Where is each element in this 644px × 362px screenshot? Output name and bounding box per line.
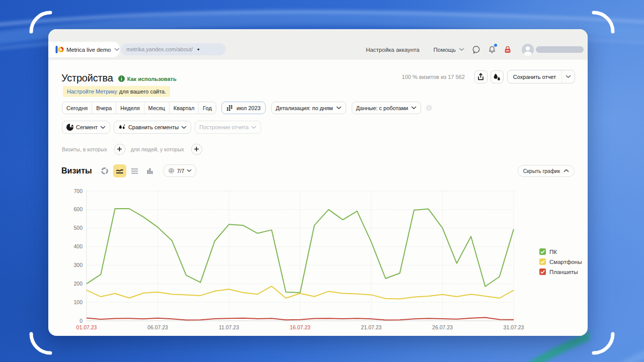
- notifications-bell-icon[interactable]: [488, 45, 496, 54]
- chart-type-line-button[interactable]: [113, 164, 126, 177]
- metrica-logo-icon: [55, 45, 64, 54]
- legend-label: Планшеты: [549, 269, 578, 275]
- titlebar-actions: Настройка аккаунта Помощь: [366, 42, 584, 57]
- chart-legend: ПКСмартфоныПланшеты: [539, 248, 582, 275]
- y-tick-label: 500: [73, 225, 83, 231]
- plus-icon: [117, 146, 122, 152]
- legend-checkbox-icon[interactable]: [539, 248, 546, 255]
- setup-notice-text: для вашего сайта.: [119, 88, 166, 95]
- y-tick-label: 600: [73, 206, 83, 212]
- series-line-0: [87, 209, 514, 293]
- x-tick-label: 06.07.23: [147, 324, 168, 330]
- chevron-down-icon: [100, 126, 106, 129]
- data-mode-dropdown[interactable]: Данные: с роботами: [352, 102, 422, 114]
- corner-bracket-bottom-right: [594, 334, 613, 353]
- counter-name: Metrica live demo: [66, 47, 111, 53]
- promo-badge-icon[interactable]: [504, 46, 512, 54]
- user-name-placeholder: [536, 46, 584, 53]
- chart-type-area-button[interactable]: [128, 164, 141, 177]
- series-line-2: [87, 317, 514, 320]
- days-ratio-dropdown[interactable]: 7/7: [164, 164, 197, 177]
- chevron-down-icon: [187, 169, 192, 172]
- how-to-use-label: Как использовать: [127, 76, 177, 82]
- counter-selector[interactable]: Metrica live demo: [48, 42, 120, 57]
- filter-settings-gear-icon[interactable]: [425, 104, 433, 112]
- titlebar: Metrica live demo metrika.yandex.com/abo…: [48, 29, 588, 60]
- site-url-caret: •: [197, 46, 200, 53]
- setup-metrica-link[interactable]: Настройте Метрику: [67, 88, 117, 95]
- x-tick-label: 31.07.23: [504, 324, 524, 330]
- donut-chart-icon: [101, 167, 109, 175]
- calendar-value: июл 2023: [236, 105, 261, 111]
- segments-drops-icon: [493, 73, 501, 81]
- legend-item-0[interactable]: ПК: [539, 248, 582, 255]
- save-report-button[interactable]: Сохранить отчет: [507, 70, 575, 83]
- segment-button[interactable]: Сегмент: [62, 121, 110, 134]
- x-tick-label: 21.07.23: [361, 324, 382, 330]
- title-row: Устройства Как использовать: [61, 70, 177, 85]
- site-url-field[interactable]: metrika.yandex.com/about/ •: [121, 43, 226, 55]
- x-tick-label: 01.07.23: [76, 324, 97, 330]
- chart-type-donut-button[interactable]: [98, 164, 111, 177]
- add-visit-condition-button[interactable]: [114, 144, 125, 155]
- how-to-use-link[interactable]: Как использовать: [118, 75, 177, 82]
- report-builder-button[interactable]: Построение отчета: [195, 121, 261, 134]
- save-report-label: Сохранить отчет: [508, 74, 561, 80]
- user-avatar[interactable]: [522, 44, 534, 56]
- x-tick-label: 26.07.23: [432, 324, 453, 330]
- column-chart-icon: [146, 167, 154, 175]
- legend-checkbox-icon[interactable]: [539, 268, 546, 275]
- legend-label: ПК: [549, 249, 557, 255]
- site-url: metrika.yandex.com/about/: [126, 46, 193, 52]
- help-menu[interactable]: Помощь: [434, 47, 464, 53]
- y-tick-label: 700: [73, 188, 83, 194]
- legend-item-1[interactable]: Смартфоны: [539, 258, 582, 265]
- period-month[interactable]: Месяц: [144, 102, 169, 114]
- period-yesterday[interactable]: Вчера: [92, 102, 116, 114]
- period-week[interactable]: Неделя: [116, 102, 143, 114]
- period-quarter[interactable]: Квартал: [169, 102, 199, 114]
- account-settings-link[interactable]: Настройка аккаунта: [366, 47, 419, 53]
- calendar-icon: [226, 105, 233, 112]
- save-report-menu[interactable]: [562, 75, 575, 78]
- add-people-condition-button[interactable]: [191, 144, 202, 155]
- data-mode-value: Данные: с роботами: [356, 105, 409, 111]
- legend-checkbox-icon[interactable]: [539, 258, 546, 265]
- compare-drops-icon: [118, 124, 126, 131]
- visits-section-header: Визиты: [61, 164, 575, 177]
- hide-chart-label: Скрыть график: [523, 168, 560, 174]
- y-tick-label: 100: [73, 299, 83, 305]
- compare-segments-button[interactable]: Сравнить сегменты: [114, 121, 191, 134]
- chevron-down-icon: [181, 126, 187, 129]
- plus-icon: [194, 146, 199, 152]
- y-tick-label: 300: [73, 262, 83, 268]
- x-tick-label: 16.07.23: [290, 324, 310, 330]
- stacked-area-icon: [130, 167, 139, 175]
- app-window: Metrica live demo metrika.yandex.com/abo…: [48, 29, 588, 336]
- chevron-down-icon: [566, 75, 571, 78]
- chevron-down-icon: [459, 48, 464, 51]
- y-tick-label: 0: [79, 318, 83, 324]
- y-tick-label: 200: [73, 281, 83, 287]
- calendar-button[interactable]: июл 2023: [221, 102, 266, 114]
- legend-item-2[interactable]: Планшеты: [539, 268, 582, 275]
- detalization-dropdown[interactable]: Детализация: по дням: [271, 102, 346, 114]
- report-builder-label: Построение отчета: [199, 124, 249, 130]
- goals-button[interactable]: [491, 70, 504, 83]
- legend-label: Смартфоны: [549, 259, 582, 265]
- chat-icon[interactable]: [472, 45, 480, 54]
- hide-chart-button[interactable]: Скрыть график: [518, 165, 575, 177]
- detalization-value: Детализация: по дням: [276, 105, 333, 111]
- period-year[interactable]: Год: [198, 102, 216, 114]
- export-icon: [477, 73, 485, 81]
- chart-type-columns-button[interactable]: [143, 164, 156, 177]
- globe-icon: [168, 167, 175, 174]
- chevron-down-icon: [251, 126, 257, 129]
- info-icon: [118, 75, 125, 82]
- export-button[interactable]: [474, 70, 488, 83]
- period-today[interactable]: Сегодня: [62, 102, 92, 114]
- chevron-down-icon: [114, 48, 120, 51]
- sampling-note: 100 % визитов из 17 562: [402, 74, 465, 80]
- for-people-label: для людей, у которых: [131, 146, 184, 152]
- y-tick-label: 400: [73, 243, 83, 249]
